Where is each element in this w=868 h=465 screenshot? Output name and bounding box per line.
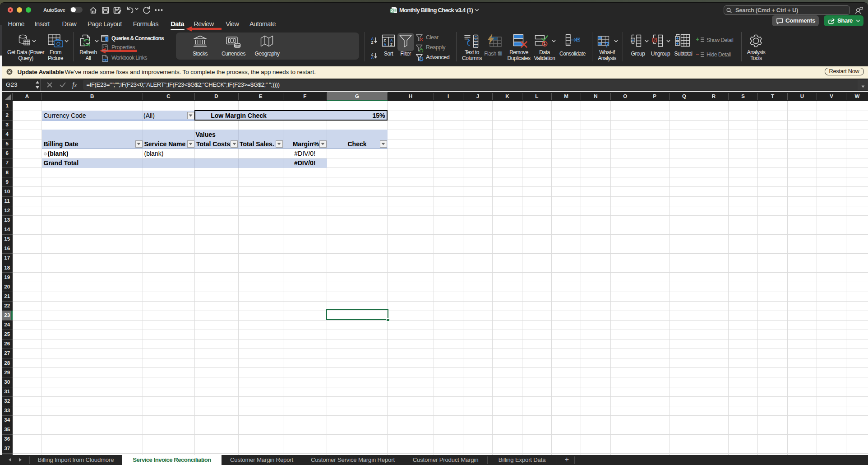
svg-text:?: ? [605,41,609,49]
svg-text:Z: Z [384,38,386,42]
svg-text:Z: Z [390,42,392,46]
svg-text:A: A [384,42,387,46]
svg-text:Z: Z [371,41,374,44]
svg-text:A: A [390,38,393,42]
